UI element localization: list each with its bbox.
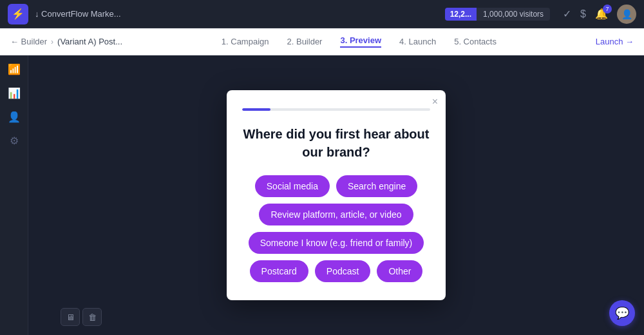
options-row-4: Postcard Podcast Other — [250, 260, 423, 282]
chat-icon: 💬 — [615, 306, 629, 320]
trash-icon: 🗑 — [88, 312, 97, 322]
step-builder[interactable]: 2. Builder — [287, 37, 323, 46]
option-other[interactable]: Other — [377, 260, 422, 282]
variant-label: (Variant A) Post... — [57, 37, 122, 46]
step-launch[interactable]: 4. Launch — [399, 37, 436, 46]
billing-icon[interactable]: $ — [580, 8, 586, 20]
logo-icon: ⚡ — [12, 8, 24, 20]
settings-icon[interactable]: ⚙ — [10, 135, 19, 147]
option-search-engine[interactable]: Search engine — [336, 175, 417, 197]
launch-button[interactable]: Launch → — [596, 37, 634, 46]
bottom-toolbar: 🖥 🗑 — [61, 308, 102, 326]
breadcrumb-separator: › — [51, 37, 53, 46]
option-review-platform[interactable]: Review platform, article, or video — [259, 204, 413, 225]
user-avatar[interactable]: 👤 — [617, 5, 636, 24]
delete-button[interactable]: 🗑 — [82, 308, 102, 326]
breadcrumb: ← Builder › (Variant A) Post... — [10, 37, 122, 46]
modal-close-button[interactable]: × — [432, 97, 438, 107]
visitor-count: 12,2... — [445, 8, 477, 21]
analytics-icon[interactable]: 📊 — [8, 87, 21, 99]
builder-link[interactable]: ← Builder — [10, 37, 47, 46]
content-area: × Where did you first hear about our bra… — [28, 55, 644, 335]
notification-icon[interactable]: 🔔 7 — [595, 8, 608, 20]
app-title: ↓ ConvertFlow Marke... — [35, 9, 121, 19]
notification-badge: 7 — [603, 5, 612, 14]
desktop-icon: 🖥 — [66, 312, 75, 322]
step-campaign[interactable]: 1. Campaign — [222, 37, 269, 46]
survey-modal: × Where did you first hear about our bra… — [227, 90, 446, 300]
task-icon[interactable]: ✓ — [563, 8, 571, 20]
breadcrumb-navigation: ← Builder › (Variant A) Post... 1. Campa… — [0, 28, 644, 55]
top-navigation: ⚡ ↓ ConvertFlow Marke... 12,2... 1,000,0… — [0, 0, 644, 28]
visitor-badge: 12,2... 1,000,000 visitors — [445, 8, 550, 21]
progress-bar-container — [242, 108, 430, 111]
logo-button[interactable]: ⚡ — [8, 4, 28, 24]
option-postcard[interactable]: Postcard — [250, 260, 308, 282]
option-podcast[interactable]: Podcast — [315, 260, 371, 282]
chat-bubble-button[interactable]: 💬 — [609, 300, 635, 326]
option-someone-i-know[interactable]: Someone I know (e.g. friend or family) — [249, 232, 424, 254]
visitor-label: 1,000,000 visitors — [477, 8, 550, 21]
options-area: Social media Search engine Review platfo… — [242, 175, 430, 282]
survey-question: Where did you first hear about our brand… — [242, 125, 430, 161]
wifi-icon[interactable]: 📶 — [8, 63, 21, 75]
options-row-1: Social media Search engine — [255, 175, 417, 197]
step-contacts[interactable]: 5. Contacts — [454, 37, 497, 46]
desktop-view-button[interactable]: 🖥 — [61, 308, 80, 326]
progress-bar-fill — [242, 108, 270, 111]
options-row-3: Someone I know (e.g. friend or family) — [249, 232, 424, 254]
step-navigation: 1. Campaign 2. Builder 3. Preview 4. Lau… — [122, 35, 596, 48]
options-row-2: Review platform, article, or video — [259, 204, 413, 225]
left-sidebar: 📶 📊 👤 ⚙ — [0, 55, 28, 335]
step-preview[interactable]: 3. Preview — [340, 35, 381, 48]
main-area: 📶 📊 👤 ⚙ × Where did you first hear about… — [0, 55, 644, 335]
person-icon[interactable]: 👤 — [8, 111, 21, 123]
option-social-media[interactable]: Social media — [255, 175, 330, 197]
nav-icons: ✓ $ 🔔 7 👤 — [563, 5, 636, 24]
